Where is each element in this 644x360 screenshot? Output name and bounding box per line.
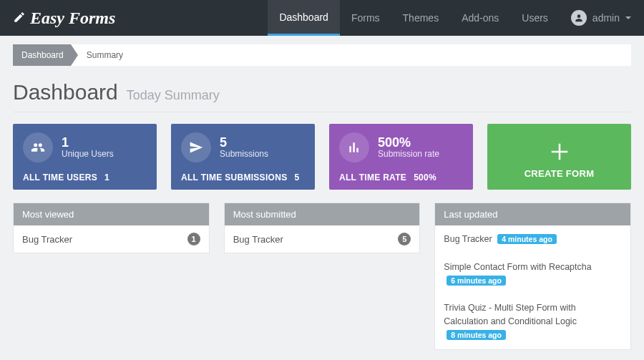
time-badge: 4 minutes ago <box>497 234 557 244</box>
panel-title: Most viewed <box>14 203 209 225</box>
count-badge: 5 <box>398 233 411 245</box>
users-icon <box>23 132 53 162</box>
panel-last-updated: Last updated Bug Tracker 4 minutes ago S… <box>434 203 631 350</box>
list-item[interactable]: Trivia Quiz - Multi Step Form with Calcu… <box>435 294 630 349</box>
brand-text: Easy Forms <box>30 9 115 28</box>
send-icon <box>181 132 211 162</box>
user-menu[interactable]: admin <box>571 10 631 26</box>
panels: Most viewed Bug Tracker 1 Most submitted… <box>13 203 631 350</box>
edit-icon <box>13 9 26 28</box>
card-submission-rate[interactable]: 500% Submission rate ALL TIME RATE 500% <box>329 124 473 190</box>
panel-most-viewed: Most viewed Bug Tracker 1 <box>13 203 210 253</box>
list-item[interactable]: Bug Tracker 4 minutes ago <box>435 225 630 253</box>
card-label: Submissions <box>220 149 268 159</box>
item-name: Bug Tracker <box>444 234 492 244</box>
brand[interactable]: Easy Forms <box>13 9 115 28</box>
card-label: Unique Users <box>62 149 114 159</box>
breadcrumb: Dashboard Summary <box>13 44 631 66</box>
card-unique-users[interactable]: 1 Unique Users ALL TIME USERS 1 <box>13 124 157 190</box>
card-label: Submission rate <box>378 149 439 159</box>
nav-users[interactable]: Users <box>510 0 560 36</box>
breadcrumb-root[interactable]: Dashboard <box>13 44 71 66</box>
list-item[interactable]: Bug Tracker 5 <box>225 225 420 253</box>
item-name: Bug Tracker <box>233 234 283 245</box>
chevron-down-icon <box>625 16 631 19</box>
nav-addons[interactable]: Add-ons <box>450 0 510 36</box>
card-foot-value: 500% <box>414 172 436 183</box>
count-badge: 1 <box>187 233 200 245</box>
user-name: admin <box>592 12 620 24</box>
card-foot-value: 1 <box>104 172 109 183</box>
list-item[interactable]: Simple Contact Form with Recaptcha 6 min… <box>435 253 630 295</box>
card-foot-label: ALL TIME SUBMISSIONS <box>181 172 287 183</box>
card-value: 1 <box>62 136 114 149</box>
card-value: 5 <box>220 136 268 149</box>
list-item[interactable]: Bug Tracker 1 <box>14 225 209 253</box>
item-name: Bug Tracker <box>22 234 72 245</box>
panel-title: Last updated <box>435 203 630 225</box>
item-name: Trivia Quiz - Multi Step Form with Calcu… <box>444 303 577 326</box>
time-badge: 8 minutes ago <box>447 330 506 340</box>
plus-icon <box>549 141 570 165</box>
card-value: 500% <box>378 136 439 149</box>
card-foot-value: 5 <box>294 172 299 183</box>
create-form-button[interactable]: CREATE FORM <box>487 124 631 190</box>
nav-items: Dashboard Forms Themes Add-ons Users <box>268 0 559 36</box>
card-foot-label: ALL TIME RATE <box>339 172 406 183</box>
page-title-main: Dashboard <box>13 80 118 104</box>
panel-most-submitted: Most submitted Bug Tracker 5 <box>224 203 421 253</box>
avatar-icon <box>571 10 587 26</box>
page-title-sub: Today Summary <box>127 88 220 103</box>
card-submissions[interactable]: 5 Submissions ALL TIME SUBMISSIONS 5 <box>171 124 315 190</box>
nav-forms[interactable]: Forms <box>340 0 391 36</box>
nav-dashboard[interactable]: Dashboard <box>268 0 340 36</box>
item-name: Simple Contact Form with Recaptcha <box>444 262 591 272</box>
breadcrumb-current: Summary <box>71 44 123 66</box>
time-badge: 6 minutes ago <box>447 276 506 286</box>
nav-themes[interactable]: Themes <box>391 0 451 36</box>
panel-title: Most submitted <box>225 203 420 225</box>
topnav: Easy Forms Dashboard Forms Themes Add-on… <box>0 0 644 36</box>
stat-cards: 1 Unique Users ALL TIME USERS 1 5 Submis… <box>13 124 631 190</box>
page-title: Dashboard Today Summary <box>13 80 631 112</box>
create-form-label: CREATE FORM <box>525 168 595 179</box>
card-foot-label: ALL TIME USERS <box>23 172 97 183</box>
bar-chart-icon <box>339 132 369 162</box>
